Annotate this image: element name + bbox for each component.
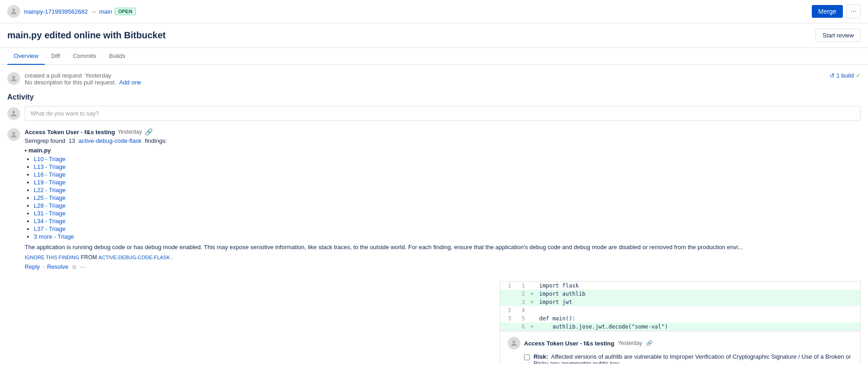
diff-marker: + (528, 323, 536, 331)
line-num-new: 5 (514, 314, 528, 323)
finding-link-l31[interactable]: L31 - Triage (34, 210, 65, 217)
diff-table: 1 1 import flask 2 + import authlib 3 (500, 282, 860, 331)
activity-item: Access Token User - f&s testing Yesterda… (7, 128, 861, 270)
finding-link-l22[interactable]: L22 - Triage (34, 187, 65, 193)
avatar-top (7, 5, 20, 18)
risk-label: Risk: (534, 353, 548, 360)
list-item: L28 - Triage (34, 202, 861, 209)
diff-panel: 1 1 import flask 2 + import authlib 3 (500, 281, 861, 364)
table-row: 1 1 import flask (500, 282, 860, 290)
table-row: 2 + import authlib (500, 290, 860, 298)
list-item: L19 - Triage (34, 179, 861, 186)
line-num-new: 2 (514, 290, 528, 298)
activity-user: Access Token User - f&s testing (25, 129, 115, 136)
emoji-button[interactable]: ☺ (71, 263, 77, 270)
branch-info: mainpy-1719939562682 → main OPEN (24, 8, 136, 15)
inline-permalink-icon[interactable]: 🔗 (646, 340, 653, 346)
finding-link-l34[interactable]: L34 - Triage (34, 218, 65, 225)
source-branch: mainpy-1719939562682 (24, 8, 88, 15)
line-num-new: 6 (514, 323, 528, 331)
tab-commits[interactable]: Commits (66, 48, 102, 65)
main-layout: Access Token User - f&s testing Yesterda… (7, 128, 861, 356)
target-branch: main (99, 8, 112, 15)
reply-link[interactable]: Reply (25, 263, 40, 270)
activity-time: Yesterday (118, 129, 142, 135)
inline-comment-header: Access Token User - f&s testing Yesterda… (508, 337, 853, 350)
top-bar-actions: Merge ··· (812, 5, 861, 18)
code-line: def main(): (536, 314, 860, 323)
avatar-comment (7, 107, 20, 120)
finding-link-l37[interactable]: L37 - Triage (34, 225, 65, 232)
pr-status-badge: OPEN (115, 8, 135, 15)
finding-link-l13[interactable]: L13 - Triage (34, 163, 65, 170)
ignore-finding-link[interactable]: IGNORE THIS FINDING (25, 255, 79, 260)
svg-point-1 (12, 76, 15, 78)
ignore-line: IGNORE THIS FINDING FROM ACTIVE-DEBUG-CO… (25, 254, 861, 261)
findings-file: • main.py (25, 147, 861, 154)
list-item: 3 more - Triage (34, 233, 861, 240)
pr-no-description: No description for this pull request. Ad… (25, 79, 825, 86)
line-num-old (500, 290, 514, 298)
diff-marker (528, 282, 536, 290)
list-item: L10 - Triage (34, 156, 861, 162)
table-row: 6 + authlib.jose.jwt.decode("some-val") (500, 323, 860, 331)
svg-point-3 (12, 132, 15, 135)
pr-created-text: created a pull request Yesterday (25, 72, 825, 79)
table-row: 2 4 (500, 306, 860, 314)
content-area: created a pull request Yesterday No desc… (0, 65, 868, 364)
code-line: authlib.jose.jwt.decode("some-val") (536, 323, 860, 331)
code-line: import authlib (536, 290, 860, 298)
build-info[interactable]: ↺ 1 build ✓ (830, 72, 861, 79)
comment-box: What do you want to say? (7, 106, 861, 121)
line-num-old: 3 (500, 314, 514, 323)
avatar-activity (7, 128, 20, 141)
build-success-icon: ✓ (856, 72, 861, 79)
avatar-inline (508, 337, 520, 350)
comment-text-block: Risk: Affected versions of authlib are v… (534, 353, 853, 364)
activity-header: Access Token User - f&s testing Yesterda… (25, 128, 861, 136)
pr-title-bar: main.py edited online with Bitbucket Sta… (0, 23, 868, 48)
finding-link-l25[interactable]: L25 - Triage (34, 194, 65, 201)
bullet: • (25, 147, 28, 154)
table-row: 3 + import jwt (500, 298, 860, 306)
page-title: main.py edited online with Bitbucket (7, 30, 815, 41)
activity-label: Activity (7, 93, 861, 101)
more-button[interactable]: ··· (847, 5, 861, 18)
inline-comment-body: Risk: Affected versions of authlib are v… (524, 353, 853, 364)
code-line (536, 306, 860, 314)
code-line: import jwt (536, 298, 860, 306)
findings-text: Semgrep found 13 active-debug-code-flask… (25, 137, 861, 144)
permalink-icon[interactable]: 🔗 (145, 128, 153, 136)
comment-input[interactable]: What do you want to say? (25, 106, 861, 121)
finding-link-l16[interactable]: L16 - Triage (34, 171, 65, 178)
findings-list: L10 - Triage L13 - Triage L16 - Triage L… (34, 156, 861, 240)
diff-marker (528, 306, 536, 314)
start-review-button[interactable]: Start review (815, 29, 861, 42)
svg-point-4 (513, 340, 515, 343)
line-num-new: 3 (514, 298, 528, 306)
tab-overview[interactable]: Overview (7, 48, 45, 65)
line-num-old (500, 298, 514, 306)
tab-diff[interactable]: Diff (45, 48, 66, 65)
merge-button[interactable]: Merge (812, 5, 843, 18)
finding-link-l28[interactable]: L28 - Triage (34, 202, 65, 209)
add-description-link[interactable]: Add one (119, 79, 141, 86)
findings-link[interactable]: active-debug-code-flask (79, 137, 142, 144)
list-item: L25 - Triage (34, 194, 861, 201)
finding-link-l19[interactable]: L19 - Triage (34, 179, 65, 186)
table-row: 3 5 def main(): (500, 314, 860, 323)
comment-checkbox[interactable] (524, 354, 530, 361)
tab-builds[interactable]: Builds (103, 48, 132, 65)
line-num-old: 2 (500, 306, 514, 314)
finding-link-l10[interactable]: L10 - Triage (34, 156, 65, 162)
line-num-old: 1 (500, 282, 514, 290)
pr-meta: created a pull request Yesterday No desc… (7, 72, 861, 86)
ignore-source-link[interactable]: ACTIVE-DEBUG-CODE-FLASK (99, 255, 170, 260)
finding-more-link[interactable]: 3 more - Triage (34, 233, 74, 240)
diff-marker: + (528, 290, 536, 298)
list-item: L37 - Triage (34, 225, 861, 232)
resolve-link[interactable]: Resolve (47, 263, 69, 270)
svg-point-2 (12, 111, 15, 114)
list-item: L13 - Triage (34, 163, 861, 170)
more-options-button[interactable]: ··· (80, 263, 85, 270)
